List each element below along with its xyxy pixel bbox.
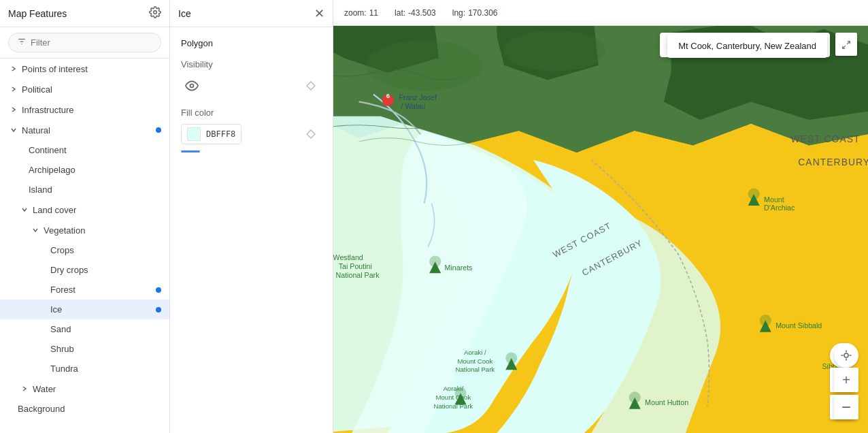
gear-icon[interactable] (149, 6, 161, 20)
visibility-label: Visibility (181, 59, 322, 69)
sidebar-item-continent[interactable]: Continent (0, 140, 169, 160)
svg-line-56 (843, 46, 846, 48)
svg-point-27 (429, 256, 441, 268)
lng-value-2: 170.306 (468, 8, 497, 18)
svg-text:Mount Cook: Mount Cook (458, 357, 493, 365)
sidebar-item-political[interactable]: Political (0, 79, 169, 99)
sidebar-item-archipelago[interactable]: Archipelago (0, 160, 169, 180)
sidebar-title: Map Features (8, 8, 67, 19)
nav-item-label: Natural (22, 125, 161, 135)
chevron-icon (8, 63, 19, 74)
nav-item-label: Political (22, 84, 161, 95)
fill-color-diamond-icon[interactable] (300, 123, 322, 145)
nav-item-dot (156, 287, 161, 293)
nav-item-dot (156, 307, 161, 312)
sidebar-item-infrastructure[interactable]: Infrastructure (0, 99, 169, 120)
sidebar-item-land-cover[interactable]: Land cover (0, 199, 169, 220)
sidebar-item-forest[interactable]: Forest (0, 280, 169, 300)
nav-item-label: Shrub (50, 344, 161, 354)
sidebar-item-tundra[interactable]: Tundra (0, 359, 169, 379)
nav-item-label: Infrastructure (22, 105, 161, 115)
svg-text:D'Archiac: D'Archiac (764, 204, 795, 212)
lat-label-2: lat: (395, 8, 405, 18)
polygon-section: Polygon (181, 38, 322, 48)
sidebar: Map Features Points of interestPolitical… (0, 0, 170, 433)
svg-text:National Park: National Park (434, 402, 473, 410)
sidebar-item-crops[interactable]: Crops (0, 240, 169, 260)
chevron-icon (19, 383, 30, 394)
sidebar-item-vegetation[interactable]: Vegetation (0, 220, 169, 240)
svg-point-57 (844, 353, 848, 357)
svg-text:National Park: National Park (336, 271, 380, 279)
visibility-row (181, 75, 322, 97)
nav-item-label: Crops (50, 245, 161, 255)
sidebar-item-natural[interactable]: Natural (0, 120, 169, 140)
lat-value-2: -43.503 (408, 8, 436, 18)
sidebar-item-water[interactable]: Water (0, 379, 169, 399)
map-canvas: 6 Franz Josef / Walau WEST COAST CANTERB… (333, 0, 868, 433)
chevron-icon (8, 125, 19, 135)
filter-input-wrap[interactable] (8, 33, 161, 52)
locate-btn-overlay[interactable] (834, 343, 858, 368)
nav-item-label: Forest (50, 285, 161, 295)
zoom-in-btn-overlay[interactable]: + (834, 368, 858, 392)
sidebar-item-shrub[interactable]: Shrub (0, 339, 169, 359)
close-icon[interactable]: ✕ (314, 6, 324, 21)
nav-item-label: Tundra (50, 364, 161, 374)
svg-text:Franz Josef: Franz Josef (399, 93, 437, 101)
svg-line-55 (847, 42, 850, 44)
location-name: Mt Cook, Canterbury, New Zealand (678, 41, 816, 51)
svg-point-4 (190, 84, 194, 88)
svg-point-39 (505, 353, 517, 364)
svg-text:Mount: Mount (764, 195, 784, 204)
svg-text:Minarets: Minarets (445, 263, 473, 272)
svg-text:Mount Hutton: Mount Hutton (645, 398, 688, 406)
detail-header: Ice ✕ (170, 0, 333, 27)
svg-text:Westland: Westland (333, 253, 363, 261)
nav-item-dot (156, 127, 161, 133)
svg-text:6: 6 (386, 92, 390, 99)
svg-point-54 (504, 31, 605, 71)
svg-point-30 (748, 188, 760, 199)
visibility-diamond-icon[interactable] (300, 75, 322, 97)
nav-list: Points of interestPoliticalInfrastructur… (0, 59, 169, 419)
map-area[interactable]: zoom: 11 lat: -43.503 lng: 170.306 Mt Co… (333, 0, 868, 433)
detail-body: Polygon Visibility Fill color (170, 27, 333, 174)
fill-color-label: Fill color (181, 108, 322, 118)
nav-item-label: Land cover (33, 205, 161, 215)
filter-icon (17, 37, 27, 48)
zoom-value-2: 11 (369, 8, 378, 18)
nav-item-label: Vegetation (44, 225, 161, 236)
sidebar-item-points-of-interest[interactable]: Points of interest (0, 59, 169, 79)
fill-color-row: DBFFF8 (181, 123, 322, 145)
nav-item-label: Sand (50, 324, 161, 334)
svg-text:Tai Poutini: Tai Poutini (339, 262, 372, 270)
svg-point-36 (760, 315, 771, 326)
sidebar-item-dry-crops[interactable]: Dry crops (0, 260, 169, 280)
fill-line (181, 150, 200, 153)
sidebar-header: Map Features (0, 0, 169, 27)
sidebar-item-sand[interactable]: Sand (0, 319, 169, 339)
sidebar-item-background[interactable]: Background (0, 399, 169, 419)
sidebar-item-island[interactable]: Island (0, 180, 169, 199)
map-topbar: zoom: 11 lat: -43.503 lng: 170.306 (333, 0, 868, 26)
sidebar-filter-section (0, 27, 169, 59)
fullscreen-btn-overlay[interactable] (835, 34, 857, 56)
color-swatch (187, 127, 201, 141)
nav-item-label: Points of interest (22, 64, 161, 74)
svg-point-49 (629, 391, 641, 403)
svg-point-52 (780, 73, 867, 116)
color-hex-value: DBFFF8 (206, 129, 235, 139)
visibility-icon-btn[interactable] (181, 75, 203, 97)
filter-input[interactable] (31, 37, 152, 48)
zoom-label-2: zoom: (344, 8, 367, 18)
svg-point-0 (154, 11, 157, 14)
visibility-section: Visibility (181, 59, 322, 97)
zoom-out-btn-overlay[interactable]: − (834, 395, 858, 419)
fill-line-wrap (181, 150, 322, 153)
sidebar-item-ice[interactable]: Ice (0, 300, 169, 319)
svg-text:National Park: National Park (456, 366, 495, 373)
color-swatch-wrap[interactable]: DBFFF8 (181, 124, 241, 144)
nav-item-label: Ice (50, 304, 161, 315)
nav-item-label: Island (29, 185, 161, 195)
